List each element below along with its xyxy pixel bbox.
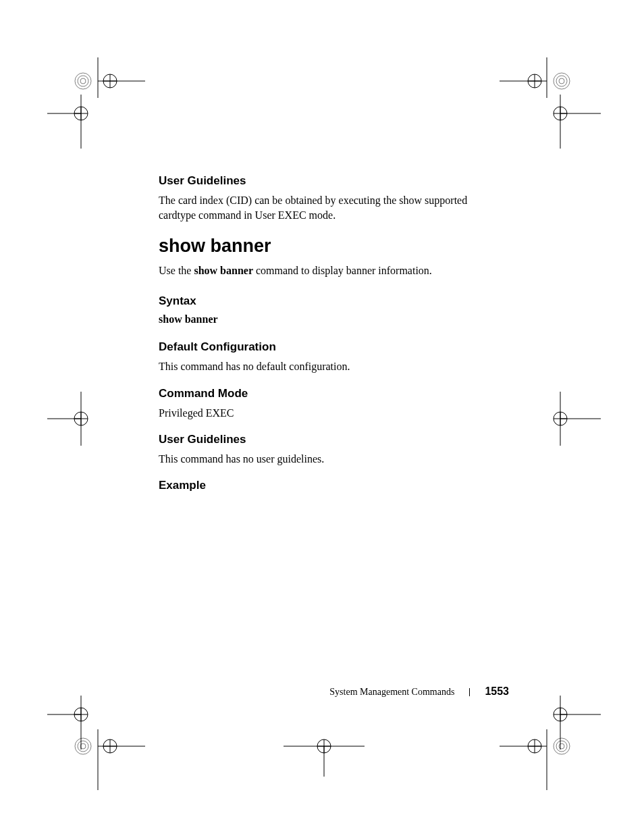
page-footer: System Management Commands 1553 [329,685,509,698]
user-guidelines-heading: User Guidelines [159,174,496,188]
svg-point-65 [556,741,567,752]
intro-command-name: show banner [194,265,253,276]
svg-point-64 [554,738,570,754]
syntax-body: show banner [159,313,496,325]
footer-separator [469,688,470,696]
footer-section-title: System Management Commands [329,687,454,697]
default-config-heading: Default Configuration [159,340,496,354]
command-mode-heading: Command Mode [159,387,496,400]
command-mode-body: Privileged EXEC [159,406,496,421]
user-guidelines2-body: This command has no user guidelines. [159,452,496,467]
footer-page-number: 1553 [485,685,509,697]
reg-mark-icon [500,723,581,790]
command-intro: Use the show banner command to display b… [159,263,496,278]
reg-mark-icon [284,723,365,777]
intro-prefix: Use the [159,265,194,276]
user-guidelines2-heading: User Guidelines [159,433,496,446]
reg-mark-icon [520,392,601,446]
user-guidelines-body: The card index (CID) can be obtained by … [159,193,496,224]
page-content: User Guidelines The card index (CID) can… [159,174,496,498]
svg-point-6 [78,76,88,86]
default-config-body: This command has no default configuratio… [159,359,496,374]
reg-mark-icon [47,392,128,446]
svg-point-18 [554,73,570,89]
svg-point-20 [559,78,564,84]
intro-suffix: command to display banner information. [253,265,432,276]
reg-mark-icon [520,95,601,149]
command-title: show banner [159,236,496,257]
syntax-heading: Syntax [159,294,496,308]
svg-point-7 [80,78,86,84]
svg-point-46 [75,738,91,754]
reg-mark-icon [64,723,145,790]
svg-point-48 [80,744,86,749]
example-heading: Example [159,479,496,492]
reg-mark-icon [47,95,128,149]
svg-point-5 [75,73,91,89]
svg-point-19 [556,76,567,86]
svg-point-47 [78,741,88,752]
svg-point-66 [559,744,564,749]
